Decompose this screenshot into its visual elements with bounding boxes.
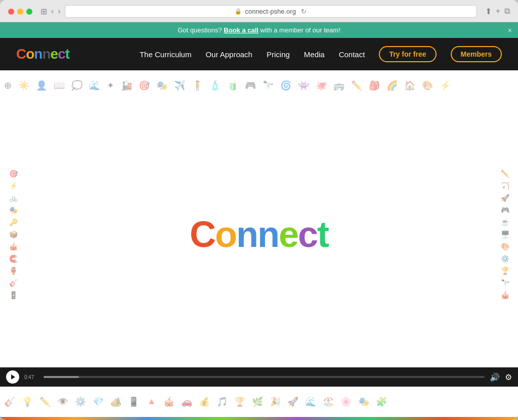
nav-media[interactable]: Media <box>304 50 325 59</box>
browser-right-actions: ⬆ + ⧉ <box>485 7 510 16</box>
bottom-color-bar <box>0 417 518 420</box>
hero-logo: Connect <box>190 214 328 255</box>
nav-links: The Curriculum Our Approach Pricing Medi… <box>140 46 502 62</box>
doodle-middle: 🎯 ⚡ 🚲 🎭 🔑 📦 🎪 🧲 🏺 🎸 🚦 <box>0 101 518 367</box>
browser-nav-actions: ⊞ ‹ › <box>40 7 61 16</box>
logo-letter-n: n <box>34 46 42 62</box>
video-timestamp: 0:47 <box>24 374 38 380</box>
doodle-left-col: 🎯 ⚡ 🚲 🎭 🔑 📦 🎪 🧲 🏺 🎸 🚦 <box>0 101 26 367</box>
tabs-icon[interactable]: ⧉ <box>504 7 510 16</box>
video-progress-fill <box>44 376 79 378</box>
try-for-free-button[interactable]: Try for free <box>379 46 436 62</box>
forward-icon[interactable]: › <box>58 7 60 16</box>
logo-letter-e: e <box>51 46 58 62</box>
hero-letter-t: t <box>317 214 328 255</box>
doodle-top-row: ⊕ ☀️ 👤 📖 💭 🌊 ✦ 🚂 🎯 🎭 ✈️ 🧍 🧴 🧃 🎮 🔭 🌀 👾 🐙 … <box>0 70 518 101</box>
new-tab-icon[interactable]: + <box>496 7 500 16</box>
share-icon[interactable]: ⬆ <box>485 7 492 16</box>
hero-letter-n1: n <box>236 214 257 255</box>
minimize-button[interactable] <box>17 9 23 15</box>
logo-letter-t: t <box>65 46 69 62</box>
hero-letter-c2: c <box>298 214 317 255</box>
address-bar[interactable]: 🔒 connect-pshe.org ↻ <box>65 5 477 18</box>
volume-button[interactable]: 🔊 <box>490 372 500 382</box>
maximize-button[interactable] <box>26 9 32 15</box>
main-content: ⊕ ☀️ 👤 📖 💭 🌊 ✦ 🚂 🎯 🎭 ✈️ 🧍 🧴 🧃 🎮 🔭 🌀 👾 🐙 … <box>0 70 518 420</box>
hero-letter-n2: n <box>257 214 279 255</box>
traffic-lights <box>8 9 32 15</box>
video-controls[interactable]: 0:47 🔊 ⚙ <box>0 367 518 387</box>
announcement-close-button[interactable]: × <box>508 26 512 34</box>
url-text: connect-pshe.org <box>245 8 295 15</box>
doodle-right-col: ✏️ 🏹 🚀 🎮 ☕ 🖥️ 🎨 ⚙️ 🏆 🔭 🎪 <box>492 101 518 367</box>
navbar: Connect The Curriculum Our Approach Pric… <box>0 38 518 70</box>
logo-letter-c2: c <box>58 46 65 62</box>
site-logo[interactable]: Connect <box>16 46 69 62</box>
browser-window: ⊞ ‹ › 🔒 connect-pshe.org ↻ ⬆ + ⧉ Got que… <box>0 0 518 420</box>
nav-contact[interactable]: Contact <box>339 50 365 59</box>
settings-button[interactable]: ⚙ <box>505 372 512 382</box>
members-button[interactable]: Members <box>451 46 502 62</box>
announcement-text: Got questions? Book a call with a member… <box>178 26 340 34</box>
nav-pricing[interactable]: Pricing <box>267 50 290 59</box>
video-area: 0:47 🔊 ⚙ <box>0 367 518 387</box>
lock-icon: 🔒 <box>235 8 242 15</box>
hero-letter-e: e <box>279 214 298 255</box>
logo-letter-c: C <box>16 46 26 62</box>
doodle-bottom-row: 🎸 💡 ✏️ 👁️ ⚙️ 💎 🏕️ 📱 🔺 🎪 🚗 💰 🎵 🏆 🌿 🎉 🚀 🌊 … <box>0 387 518 417</box>
doodle-area: ⊕ ☀️ 👤 📖 💭 🌊 ✦ 🚂 🎯 🎭 ✈️ 🧍 🧴 🧃 🎮 🔭 🌀 👾 🐙 … <box>0 70 518 420</box>
browser-chrome: ⊞ ‹ › 🔒 connect-pshe.org ↻ ⬆ + ⧉ <box>0 0 518 22</box>
video-progress-bar[interactable] <box>44 376 485 378</box>
close-button[interactable] <box>8 9 14 15</box>
hero-letter-c: C <box>190 214 215 255</box>
logo-letter-n2: n <box>42 46 50 62</box>
reload-icon[interactable]: ↻ <box>301 8 307 15</box>
play-button[interactable] <box>6 370 19 384</box>
book-call-link[interactable]: Book a call <box>224 26 258 34</box>
nav-approach[interactable]: Our Approach <box>205 50 252 59</box>
sidebar-toggle-icon[interactable]: ⊞ <box>40 7 47 16</box>
hero-section: Connect <box>26 101 492 367</box>
website: Got questions? Book a call with a member… <box>0 22 518 420</box>
announcement-bar: Got questions? Book a call with a member… <box>0 22 518 38</box>
hero-letter-o: o <box>215 214 236 255</box>
back-icon[interactable]: ‹ <box>51 7 54 16</box>
logo-letter-o: o <box>26 46 34 62</box>
nav-curriculum[interactable]: The Curriculum <box>140 50 192 59</box>
